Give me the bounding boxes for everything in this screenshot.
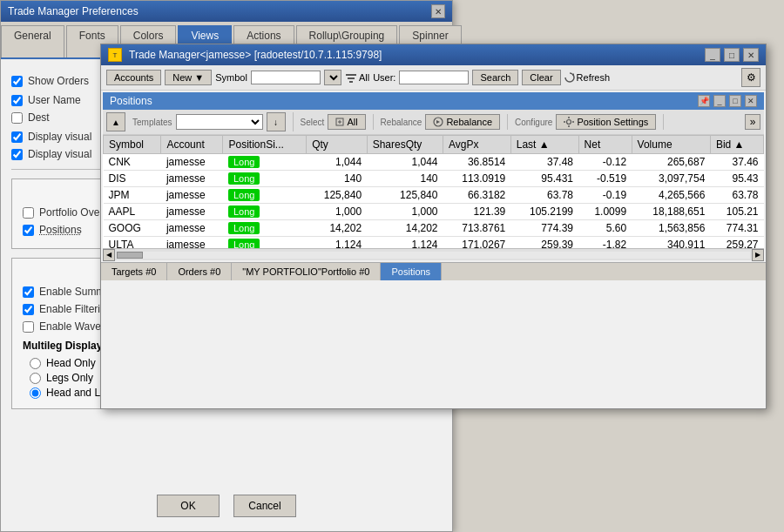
table-row[interactable]: DIS jamesse Long 140 140 113.0919 95.431…: [104, 171, 764, 187]
rebalance-section: Rebalance Rebalance: [381, 114, 508, 130]
cell-volume: 340,911: [632, 237, 710, 249]
search-button[interactable]: Search: [472, 70, 518, 85]
col-positionsize[interactable]: PositionSi...: [223, 136, 307, 154]
table-scroll[interactable]: Symbol Account PositionSi... Qty SharesQ…: [103, 135, 764, 248]
ok-button[interactable]: OK: [157, 495, 220, 517]
display-visual2-checkbox[interactable]: [11, 149, 23, 160]
col-symbol[interactable]: Symbol: [104, 136, 161, 154]
table-row[interactable]: GOOG jamesse Long 14,202 14,202 713.8761…: [104, 220, 764, 237]
templates-label: Templates: [132, 118, 172, 127]
templates-arrow-button[interactable]: ↓: [267, 112, 286, 131]
symbol-input[interactable]: [251, 71, 321, 84]
rebalance-label: Rebalance: [381, 118, 422, 127]
positions-pin-button[interactable]: 📌: [698, 95, 710, 107]
tm-minimize-button[interactable]: _: [705, 48, 720, 62]
portfolio-overview-checkbox[interactable]: [23, 207, 34, 219]
scroll-thumb[interactable]: [117, 252, 143, 259]
cell-symbol: CNK: [104, 154, 161, 171]
dest-checkbox[interactable]: [11, 112, 23, 124]
positions-close-button[interactable]: ✕: [745, 95, 757, 107]
head-only-radio[interactable]: [30, 358, 41, 369]
positions-table: Symbol Account PositionSi... Qty SharesQ…: [103, 135, 764, 248]
col-volume[interactable]: Volume: [632, 136, 710, 154]
rebalance-button[interactable]: Rebalance: [425, 114, 500, 130]
new-button[interactable]: New ▼: [165, 70, 212, 85]
col-last[interactable]: Last ▲: [510, 136, 578, 154]
tab-portfolio[interactable]: "MY PORTFOLIO"Portfolio #0: [232, 263, 381, 280]
positions-checkbox[interactable]: [23, 225, 34, 236]
cell-account: jamesse: [161, 204, 223, 220]
display-visual1-checkbox[interactable]: [11, 131, 23, 143]
cell-symbol: GOOG: [104, 220, 161, 237]
rebalance-icon: [433, 117, 443, 127]
head-and-legs-radio[interactable]: [30, 387, 41, 399]
accounts-button[interactable]: Accounts: [106, 70, 161, 85]
enable-summary-checkbox[interactable]: [23, 286, 34, 298]
positions-restore-button[interactable]: □: [729, 95, 741, 107]
tab-orders[interactable]: Orders #0: [167, 263, 232, 280]
tm-close-button[interactable]: ✕: [743, 48, 759, 62]
symbol-dropdown[interactable]: [324, 70, 341, 85]
clear-button[interactable]: Clear: [522, 70, 560, 85]
tm-controls: _ □ ✕: [705, 48, 759, 62]
user-name-checkbox[interactable]: [11, 95, 23, 106]
all-select-button[interactable]: All: [328, 114, 365, 130]
tm-restore-button[interactable]: □: [724, 48, 740, 62]
refresh-button[interactable]: Refresh: [577, 72, 611, 83]
col-avgpx[interactable]: AvgPx: [443, 136, 510, 154]
cell-symbol: AAPL: [104, 204, 161, 220]
show-orders-checkbox[interactable]: [11, 76, 23, 87]
position-settings-button[interactable]: Position Settings: [556, 114, 656, 130]
positions-minimize-button[interactable]: _: [713, 95, 726, 107]
templates-select[interactable]: [176, 114, 263, 130]
cell-qty: 125,840: [307, 187, 367, 204]
pref-close-button[interactable]: ✕: [431, 4, 445, 18]
tab-general[interactable]: General: [1, 25, 64, 57]
cell-last: 63.78: [510, 187, 578, 204]
enable-filtering-checkbox[interactable]: [23, 304, 34, 315]
col-net[interactable]: Net: [578, 136, 632, 154]
svg-point-13: [564, 121, 565, 123]
expand-button[interactable]: »: [745, 114, 760, 130]
positions-header: Positions 📌 _ □ ✕: [103, 92, 764, 110]
scroll-up-button[interactable]: ▲: [106, 112, 125, 131]
scroll-right-arrow[interactable]: ▶: [752, 249, 764, 261]
col-account[interactable]: Account: [161, 136, 223, 154]
cell-bid: 105.21: [710, 204, 763, 220]
col-sharesqty[interactable]: SharesQty: [367, 136, 443, 154]
col-qty[interactable]: Qty: [307, 136, 367, 154]
scroll-left-arrow[interactable]: ◀: [103, 249, 115, 261]
cell-qty: 1,044: [307, 154, 367, 171]
cell-qty: 140: [307, 171, 367, 187]
user-input[interactable]: [399, 71, 469, 84]
symbol-label: Symbol: [215, 72, 247, 83]
positions-header-controls: 📌 _ □ ✕: [698, 95, 757, 107]
display-visual1-label: Display visual: [28, 131, 91, 143]
tm-window: T Trade Manager<jamesse> [radoetest/10.7…: [100, 44, 767, 409]
svg-text:T: T: [113, 51, 118, 59]
settings-gear-button[interactable]: ⚙: [741, 68, 760, 87]
col-bid[interactable]: Bid ▲: [710, 136, 763, 154]
table-row[interactable]: ULTA jamesse Long 1,124 1,124 171.0267 2…: [104, 237, 764, 249]
cell-volume: 265,687: [632, 154, 710, 171]
cell-last: 259.39: [510, 237, 578, 249]
cell-position: Long: [223, 220, 307, 237]
enable-wave-checkbox[interactable]: [23, 321, 34, 333]
user-name-label: User Name: [28, 94, 81, 106]
cell-bid: 37.46: [710, 154, 763, 171]
legs-only-radio[interactable]: [30, 373, 41, 384]
horizontal-scrollbar[interactable]: ◀ ▶: [103, 248, 764, 260]
cell-qty: 1,000: [307, 204, 367, 220]
cell-sharesqty: 140: [367, 171, 443, 187]
table-row[interactable]: JPM jamesse Long 125,840 125,840 66.3182…: [104, 187, 764, 204]
table-row[interactable]: CNK jamesse Long 1,044 1,044 36.8514 37.…: [104, 154, 764, 171]
tab-targets[interactable]: Targets #0: [101, 263, 167, 280]
all-with-icon: All: [345, 71, 369, 84]
cancel-button[interactable]: Cancel: [233, 495, 296, 517]
cell-bid: 259.27: [710, 237, 763, 249]
cell-position: Long: [223, 237, 307, 249]
toolbar-scroll-up: ▲: [106, 112, 125, 131]
table-row[interactable]: AAPL jamesse Long 1,000 1,000 121.39 105…: [104, 204, 764, 220]
tab-positions-bottom[interactable]: Positions: [381, 263, 442, 280]
svg-rect-2: [346, 74, 356, 76]
